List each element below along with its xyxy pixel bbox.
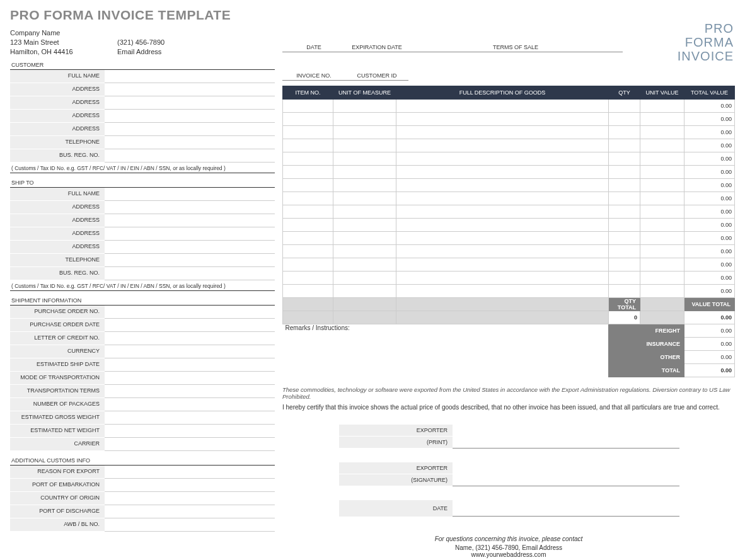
item-cell[interactable] <box>333 245 396 258</box>
shipment-field-input[interactable] <box>105 358 275 372</box>
item-cell[interactable] <box>609 166 640 179</box>
date-line[interactable] <box>453 500 679 517</box>
item-cell[interactable] <box>609 245 640 258</box>
customer-field-input[interactable] <box>105 123 275 136</box>
meta-expiration-label[interactable]: EXPIRATION DATE <box>345 29 408 52</box>
item-cell[interactable] <box>609 113 640 126</box>
item-cell[interactable] <box>609 179 640 192</box>
shipment-field-input[interactable] <box>105 438 275 451</box>
item-cell[interactable] <box>396 232 609 245</box>
exporter-signature-line[interactable] <box>453 462 679 486</box>
item-cell[interactable] <box>396 258 609 271</box>
item-cell[interactable] <box>640 232 684 245</box>
item-cell[interactable] <box>333 152 396 166</box>
freight-value[interactable]: 0.00 <box>684 324 735 338</box>
shipment-field-input[interactable] <box>105 398 275 411</box>
item-cell[interactable] <box>283 126 333 139</box>
customer-field-input[interactable] <box>105 136 275 149</box>
item-cell[interactable] <box>396 245 609 258</box>
meta-invoice-no-label[interactable]: INVOICE NO. <box>282 57 345 81</box>
insurance-value[interactable]: 0.00 <box>684 338 735 351</box>
item-cell[interactable] <box>609 192 640 205</box>
customs-field-input[interactable] <box>105 492 275 505</box>
item-cell[interactable] <box>283 139 333 152</box>
item-cell[interactable] <box>640 100 684 113</box>
item-cell[interactable] <box>333 113 396 126</box>
shipment-field-input[interactable] <box>105 385 275 398</box>
customer-field-input[interactable] <box>105 96 275 110</box>
item-cell[interactable] <box>396 166 609 179</box>
item-cell[interactable] <box>640 258 684 271</box>
item-cell[interactable] <box>396 152 609 166</box>
customer-field-input[interactable] <box>105 110 275 123</box>
item-cell[interactable] <box>333 139 396 152</box>
meta-date-label[interactable]: DATE <box>282 29 345 52</box>
shipment-field-input[interactable] <box>105 372 275 385</box>
item-cell[interactable] <box>640 113 684 126</box>
shipment-field-input[interactable] <box>105 306 275 319</box>
item-cell[interactable] <box>609 152 640 166</box>
shipment-field-input[interactable] <box>105 319 275 332</box>
item-cell[interactable] <box>640 139 684 152</box>
item-cell[interactable] <box>333 285 396 298</box>
item-cell[interactable] <box>396 100 609 113</box>
customs-field-input[interactable] <box>105 518 275 532</box>
customer-field-input[interactable] <box>105 149 275 163</box>
item-cell[interactable] <box>640 179 684 192</box>
item-cell[interactable] <box>396 205 609 219</box>
customs-field-input[interactable] <box>105 505 275 518</box>
shipto-field-input[interactable] <box>105 241 275 254</box>
shipment-field-input[interactable] <box>105 332 275 345</box>
item-cell[interactable] <box>283 245 333 258</box>
item-cell[interactable] <box>333 100 396 113</box>
shipto-field-input[interactable] <box>105 227 275 241</box>
shipment-field-input[interactable] <box>105 345 275 358</box>
item-cell[interactable] <box>396 219 609 232</box>
item-cell[interactable] <box>609 100 640 113</box>
item-cell[interactable] <box>396 126 609 139</box>
item-cell[interactable] <box>609 285 640 298</box>
item-cell[interactable] <box>333 271 396 285</box>
meta-terms-label[interactable]: TERMS OF SALE <box>408 29 623 52</box>
item-cell[interactable] <box>640 219 684 232</box>
customs-field-input[interactable] <box>105 479 275 492</box>
shipto-field-input[interactable] <box>105 201 275 214</box>
item-cell[interactable] <box>609 219 640 232</box>
item-cell[interactable] <box>333 166 396 179</box>
item-cell[interactable] <box>333 258 396 271</box>
item-cell[interactable] <box>609 126 640 139</box>
item-cell[interactable] <box>283 258 333 271</box>
item-cell[interactable] <box>333 219 396 232</box>
item-cell[interactable] <box>396 179 609 192</box>
item-cell[interactable] <box>396 192 609 205</box>
item-cell[interactable] <box>333 179 396 192</box>
item-cell[interactable] <box>283 152 333 166</box>
item-cell[interactable] <box>640 126 684 139</box>
item-cell[interactable] <box>283 192 333 205</box>
shipto-field-input[interactable] <box>105 254 275 267</box>
item-cell[interactable] <box>283 205 333 219</box>
item-cell[interactable] <box>283 232 333 245</box>
customs-field-input[interactable] <box>105 466 275 479</box>
item-cell[interactable] <box>283 219 333 232</box>
item-cell[interactable] <box>396 285 609 298</box>
item-cell[interactable] <box>396 139 609 152</box>
shipment-field-input[interactable] <box>105 411 275 425</box>
item-cell[interactable] <box>283 179 333 192</box>
item-cell[interactable] <box>609 139 640 152</box>
shipto-field-input[interactable] <box>105 188 275 201</box>
item-cell[interactable] <box>396 271 609 285</box>
item-cell[interactable] <box>609 258 640 271</box>
item-cell[interactable] <box>640 285 684 298</box>
item-cell[interactable] <box>333 126 396 139</box>
item-cell[interactable] <box>640 166 684 179</box>
item-cell[interactable] <box>333 205 396 219</box>
item-cell[interactable] <box>283 113 333 126</box>
shipment-field-input[interactable] <box>105 425 275 438</box>
exporter-print-line[interactable] <box>453 425 679 449</box>
other-value[interactable]: 0.00 <box>684 351 735 364</box>
customer-field-input[interactable] <box>105 70 275 83</box>
item-cell[interactable] <box>333 232 396 245</box>
item-cell[interactable] <box>609 271 640 285</box>
meta-customer-id-label[interactable]: CUSTOMER ID <box>345 57 408 81</box>
